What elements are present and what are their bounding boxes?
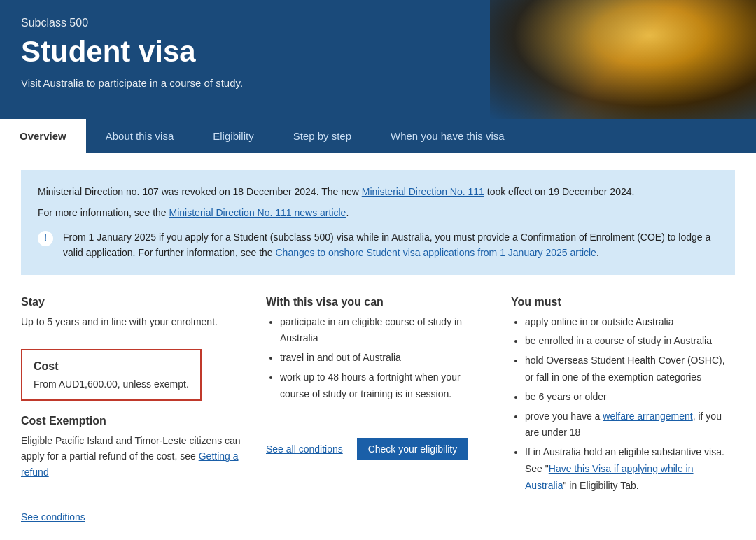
onshore-changes-link[interactable]: Changes to onshore Student visa applicat…	[276, 247, 596, 258]
you-must-label: You must	[511, 296, 735, 308]
list-item: travel in and out of Australia	[280, 350, 490, 367]
cost-label: Cost	[34, 360, 189, 373]
cost-box: Cost From AUD1,600.00, unless exempt.	[21, 349, 202, 401]
ministerial-news-link[interactable]: Ministerial Direction No. 111 news artic…	[169, 207, 346, 218]
list-item: hold Overseas Student Health Cover (OSHC…	[525, 353, 735, 386]
cost-exemption-title: Cost Exemption	[21, 415, 245, 427]
list-item: If in Australia hold an eligible substan…	[525, 444, 735, 494]
tab-when-you-have-this-visa[interactable]: When you have this visa	[371, 119, 524, 153]
page-header: Subclass 500 Student visa Visit Australi…	[0, 0, 756, 119]
info-alert-row: ! From 1 January 2025 if you apply for a…	[38, 229, 718, 261]
stay-label: Stay	[21, 296, 245, 308]
stay-text: Up to 5 years and in line with your enro…	[21, 314, 245, 329]
list-item: be 6 years or older	[525, 389, 735, 406]
conditions-row: See all conditions Check your eligibilit…	[266, 424, 490, 460]
see-conditions-link[interactable]: See conditions	[21, 511, 85, 523]
list-item: prove you have a welfare arrangement, if…	[525, 408, 735, 442]
main-content: Ministerial Direction no. 107 was revoke…	[0, 170, 756, 537]
tab-eligibility[interactable]: Eligibility	[193, 119, 273, 153]
header-image	[490, 0, 756, 119]
tab-overview[interactable]: Overview	[0, 119, 86, 153]
alert-icon: !	[38, 231, 53, 246]
cost-exemption-text: Eligible Pacific Island and Timor-Leste …	[21, 433, 245, 480]
tab-step-by-step[interactable]: Step by step	[274, 119, 371, 153]
right-column: You must apply online in or outside Aust…	[511, 296, 735, 497]
list-item: apply online in or outside Australia	[525, 314, 735, 331]
bottom-row: See conditions	[21, 511, 735, 537]
with-visa-list: participate in an eligible course of stu…	[266, 314, 490, 403]
alert-text: From 1 January 2025 if you apply for a S…	[63, 229, 718, 261]
info-box: Ministerial Direction no. 107 was revoke…	[21, 170, 735, 275]
cost-section: Cost From AUD1,600.00, unless exempt.	[21, 343, 245, 401]
have-this-visa-link[interactable]: Have this Visa if applying while in Aust…	[525, 463, 694, 491]
check-eligibility-button[interactable]: Check your eligibility	[357, 438, 469, 460]
welfare-arrangement-link[interactable]: welfare arrangement	[603, 411, 692, 422]
list-item: be enrolled in a course of study in Aust…	[525, 333, 735, 350]
see-all-conditions-link[interactable]: See all conditions	[266, 443, 343, 455]
notice-line2: For more information, see the Ministeria…	[38, 205, 718, 220]
notice-line1: Ministerial Direction no. 107 was revoke…	[38, 184, 718, 199]
ministerial-direction-link[interactable]: Ministerial Direction No. 111	[362, 186, 484, 197]
list-item: participate in an eligible course of stu…	[280, 314, 490, 348]
content-grid: Stay Up to 5 years and in line with your…	[21, 296, 735, 497]
with-visa-label: With this visa you can	[266, 296, 490, 308]
list-item: work up to 48 hours a fortnight when you…	[280, 369, 490, 403]
cost-exemption-section: Cost Exemption Eligible Pacific Island a…	[21, 415, 245, 480]
stay-section: Stay Up to 5 years and in line with your…	[21, 296, 245, 329]
left-column: Stay Up to 5 years and in line with your…	[21, 296, 245, 497]
tab-about-this-visa[interactable]: About this visa	[86, 119, 194, 153]
you-must-list: apply online in or outside Australia be …	[511, 314, 735, 495]
nav-tabs: Overview About this visa Eligibility Ste…	[0, 119, 756, 153]
cost-value: From AUD1,600.00, unless exempt.	[34, 378, 189, 390]
middle-column: With this visa you can participate in an…	[266, 296, 490, 497]
